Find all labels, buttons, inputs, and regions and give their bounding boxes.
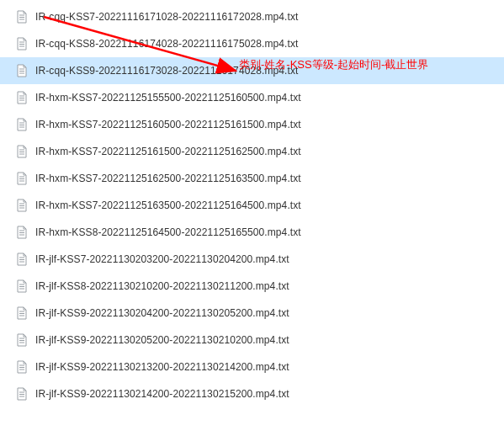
text-file-icon: [15, 118, 29, 131]
file-name: IR-hxm-KSS7-20221125162500-2022112516350…: [35, 173, 301, 184]
file-name: IR-jlf-KSS9-20221130205200-2022113021020…: [35, 334, 289, 346]
text-file-icon: [15, 91, 29, 104]
text-file-icon: [15, 279, 29, 293]
text-file-icon: [15, 360, 29, 374]
file-name: IR-hxm-KSS7-20221125155500-2022112516050…: [35, 92, 301, 104]
file-row[interactable]: IR-hxm-KSS8-20221125164500-2022112516550…: [0, 219, 504, 246]
file-name: IR-cqq-KSS7-20221116171028-2022111617202…: [35, 11, 298, 23]
text-file-icon: [15, 64, 29, 77]
text-file-icon: [15, 253, 29, 266]
file-row[interactable]: IR-hxm-KSS7-20221125160500-2022112516150…: [0, 111, 504, 138]
text-file-icon: [15, 172, 29, 185]
text-file-icon: [15, 199, 29, 212]
text-file-icon: [15, 226, 29, 239]
file-row[interactable]: IR-hxm-KSS7-20221125163500-2022112516450…: [0, 192, 504, 219]
file-name: IR-jlf-KSS8-20221130210200-2022113021120…: [35, 280, 289, 292]
file-name: IR-jlf-KSS9-20221130213200-2022113021420…: [35, 361, 289, 373]
file-list: IR-cqq-KSS7-20221116171028-2022111617202…: [0, 0, 504, 407]
file-row[interactable]: IR-jlf-KSS9-20221130204200-2022113020520…: [0, 300, 504, 327]
file-row[interactable]: IR-jlf-KSS9-20221130214200-2022113021520…: [0, 380, 504, 407]
file-name: IR-jlf-KSS9-20221130214200-2022113021520…: [35, 388, 289, 400]
file-row[interactable]: IR-hxm-KSS7-20221125161500-2022112516250…: [0, 138, 504, 165]
text-file-icon: [15, 10, 29, 24]
file-name: IR-jlf-KSS9-20221130204200-2022113020520…: [35, 307, 289, 319]
file-row[interactable]: IR-cqq-KSS9-20221116173028-2022111617402…: [0, 57, 504, 84]
file-row[interactable]: IR-jlf-KSS9-20221130213200-2022113021420…: [0, 354, 504, 380]
text-file-icon: [15, 333, 29, 347]
file-row[interactable]: IR-cqq-KSS8-20221116174028-2022111617502…: [0, 30, 504, 57]
file-row[interactable]: IR-hxm-KSS7-20221125162500-2022112516350…: [0, 165, 504, 192]
file-row[interactable]: IR-cqq-KSS7-20221116171028-2022111617202…: [0, 3, 504, 30]
text-file-icon: [15, 387, 29, 401]
file-name: IR-hxm-KSS7-20221125160500-2022112516150…: [35, 119, 301, 130]
text-file-icon: [15, 306, 29, 320]
text-file-icon: [15, 145, 29, 158]
file-name: IR-cqq-KSS8-20221116174028-2022111617502…: [35, 38, 298, 50]
file-name: IR-hxm-KSS7-20221125163500-2022112516450…: [35, 199, 301, 211]
file-row[interactable]: IR-jlf-KSS8-20221130210200-2022113021120…: [0, 273, 504, 300]
file-name: IR-hxm-KSS7-20221125161500-2022112516250…: [35, 146, 301, 157]
file-row[interactable]: IR-jlf-KSS9-20221130205200-2022113021020…: [0, 327, 504, 354]
file-name: IR-hxm-KSS8-20221125164500-2022112516550…: [35, 226, 301, 238]
file-name: IR-jlf-KSS7-20221130203200-2022113020420…: [35, 253, 289, 265]
file-row[interactable]: IR-hxm-KSS7-20221125155500-2022112516050…: [0, 84, 504, 111]
file-row[interactable]: IR-jlf-KSS7-20221130203200-2022113020420…: [0, 246, 504, 273]
file-name: IR-cqq-KSS9-20221116173028-2022111617402…: [35, 65, 298, 77]
text-file-icon: [15, 37, 29, 51]
